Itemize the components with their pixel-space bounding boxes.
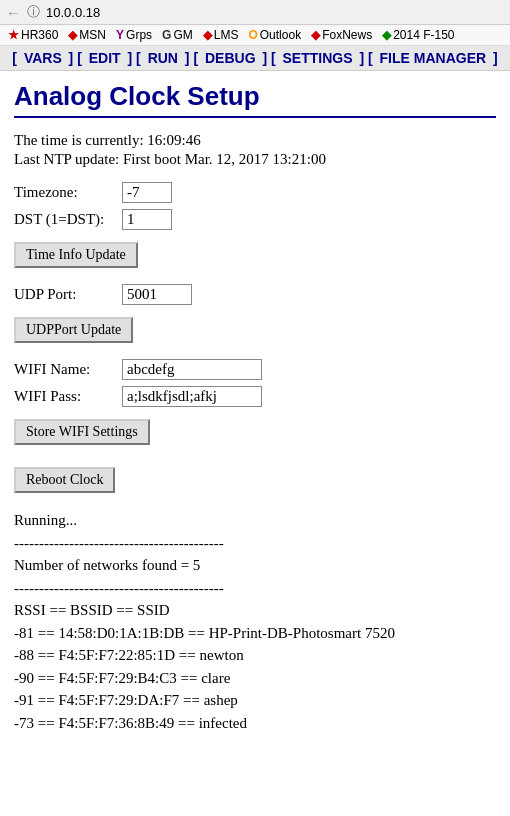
url-text[interactable]: 10.0.0.18: [46, 5, 100, 20]
page-title: Analog Clock Setup: [14, 81, 496, 118]
nav-run[interactable]: RUN: [148, 50, 178, 66]
nav-edit[interactable]: EDIT: [89, 50, 121, 66]
bookmark-lms[interactable]: ◆ LMS: [199, 27, 243, 43]
wifi-name-input[interactable]: [122, 359, 262, 380]
nav-file-manager[interactable]: FILE MANAGER: [380, 50, 487, 66]
bookmark-msn[interactable]: ◆ MSN: [64, 27, 110, 43]
udp-port-input[interactable]: [122, 284, 192, 305]
udp-port-btn-wrapper: UDPPort Update: [14, 311, 496, 349]
main-content: Analog Clock Setup The time is currently…: [0, 71, 510, 744]
output-line: -91 == F4:5F:F7:29:DA:F7 == ashep: [14, 689, 496, 712]
wifi-name-row: WIFI Name:: [14, 359, 496, 380]
output-line: -88 == F4:5F:F7:22:85:1D == newton: [14, 644, 496, 667]
timezone-label: Timezone:: [14, 184, 114, 201]
reboot-section: Reboot Clock: [14, 461, 496, 499]
output-line: Running...: [14, 509, 496, 532]
back-button[interactable]: ←: [6, 4, 21, 21]
bookmark-f150[interactable]: ◆ 2014 F-150: [378, 27, 458, 43]
nav-debug[interactable]: DEBUG: [205, 50, 256, 66]
last-ntp: Last NTP update: First boot Mar. 12, 201…: [14, 151, 496, 168]
bookmark-hr360[interactable]: ★ HR360: [4, 27, 62, 43]
wifi-pass-input[interactable]: [122, 386, 262, 407]
info-icon: ⓘ: [27, 3, 40, 21]
address-bar: ← ⓘ 10.0.0.18: [0, 0, 510, 25]
udp-port-update-button[interactable]: UDPPort Update: [14, 317, 133, 343]
nav-vars[interactable]: VARS: [24, 50, 62, 66]
store-wifi-btn-wrapper: Store WIFI Settings: [14, 413, 496, 451]
wifi-section: WIFI Name: WIFI Pass: Store WIFI Setting…: [14, 359, 496, 451]
time-info-update-button[interactable]: Time Info Update: [14, 242, 138, 268]
nav-bar: [ VARS ] [ EDIT ] [ RUN ] [ DEBUG ] [ SE…: [0, 46, 510, 71]
bookmark-outlook[interactable]: O Outlook: [244, 27, 305, 43]
dst-row: DST (1=DST):: [14, 209, 496, 230]
output-area: Running...------------------------------…: [14, 509, 496, 734]
udp-section: UDP Port: UDPPort Update: [14, 284, 496, 349]
output-line: ----------------------------------------…: [14, 577, 496, 600]
udp-port-row: UDP Port:: [14, 284, 496, 305]
reboot-clock-button[interactable]: Reboot Clock: [14, 467, 115, 493]
output-line: -73 == F4:5F:F7:36:8B:49 == infected: [14, 712, 496, 735]
wifi-name-label: WIFI Name:: [14, 361, 114, 378]
output-line: Number of networks found = 5: [14, 554, 496, 577]
timezone-row: Timezone:: [14, 182, 496, 203]
wifi-pass-row: WIFI Pass:: [14, 386, 496, 407]
output-line: -81 == 14:58:D0:1A:1B:DB == HP-Print-DB-…: [14, 622, 496, 645]
wifi-pass-label: WIFI Pass:: [14, 388, 114, 405]
bookmarks-bar: ★ HR360 ◆ MSN Y Grps G GM ◆ LMS O Outloo…: [0, 25, 510, 46]
nav-bracket-open: [: [12, 50, 21, 66]
udp-port-label: UDP Port:: [14, 286, 114, 303]
nav-settings[interactable]: SETTINGS: [283, 50, 353, 66]
output-line: -90 == F4:5F:F7:29:B4:C3 == clare: [14, 667, 496, 690]
output-line: ----------------------------------------…: [14, 532, 496, 555]
dst-label: DST (1=DST):: [14, 211, 114, 228]
bookmark-grps[interactable]: Y Grps: [112, 27, 156, 43]
dst-input[interactable]: [122, 209, 172, 230]
timezone-section: Timezone: DST (1=DST): Time Info Update: [14, 182, 496, 274]
output-line: RSSI == BSSID == SSID: [14, 599, 496, 622]
store-wifi-button[interactable]: Store WIFI Settings: [14, 419, 150, 445]
timezone-input[interactable]: [122, 182, 172, 203]
bookmark-foxnews[interactable]: ◆ FoxNews: [307, 27, 376, 43]
bookmark-gm[interactable]: G GM: [158, 27, 197, 43]
current-time: The time is currently: 16:09:46: [14, 132, 496, 149]
time-info-btn-wrapper: Time Info Update: [14, 236, 496, 274]
